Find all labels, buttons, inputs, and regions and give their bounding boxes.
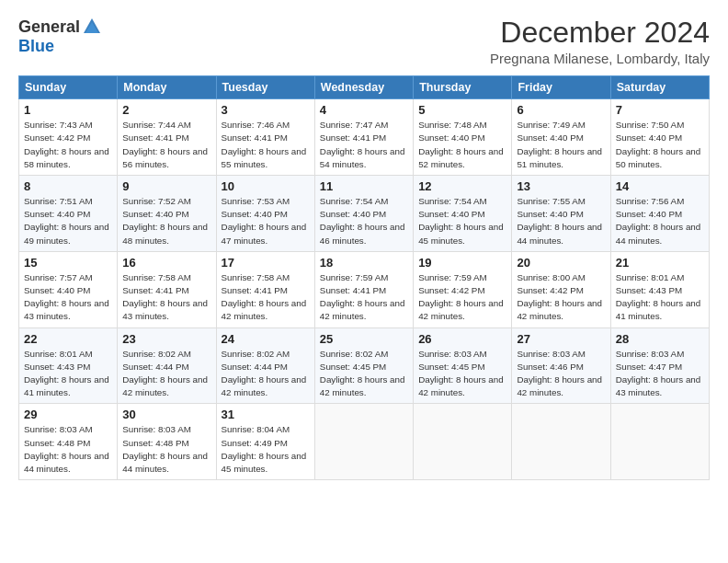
table-row: 6 Sunrise: 7:49 AMSunset: 4:40 PMDayligh… [512, 99, 610, 176]
day-info: Sunrise: 7:57 AMSunset: 4:40 PMDaylight:… [24, 272, 109, 322]
day-number: 9 [122, 179, 210, 193]
day-info: Sunrise: 8:02 AMSunset: 4:44 PMDaylight:… [122, 349, 208, 398]
table-row: 31 Sunrise: 8:04 AMSunset: 4:49 PMDaylig… [216, 404, 314, 480]
table-row: 9 Sunrise: 7:52 AMSunset: 4:40 PMDayligh… [118, 176, 216, 252]
table-row: 16 Sunrise: 7:58 AMSunset: 4:41 PMDaylig… [118, 251, 216, 327]
day-number: 20 [517, 256, 605, 270]
month-title: December 2024 [490, 17, 710, 49]
day-info: Sunrise: 8:03 AMSunset: 4:48 PMDaylight:… [122, 424, 208, 474]
day-info: Sunrise: 7:56 AMSunset: 4:40 PMDaylight:… [616, 196, 701, 246]
day-number: 23 [122, 332, 210, 346]
table-row: 12 Sunrise: 7:54 AMSunset: 4:40 PMDaylig… [414, 176, 512, 252]
day-info: Sunrise: 8:01 AMSunset: 4:43 PMDaylight:… [24, 349, 109, 398]
logo-blue: Blue [18, 37, 54, 56]
day-info: Sunrise: 8:03 AMSunset: 4:46 PMDaylight:… [517, 349, 602, 398]
day-number: 15 [24, 256, 112, 270]
day-number: 5 [418, 103, 506, 117]
table-row: 30 Sunrise: 8:03 AMSunset: 4:48 PMDaylig… [118, 404, 216, 480]
day-info: Sunrise: 7:51 AMSunset: 4:40 PMDaylight:… [24, 196, 109, 246]
day-info: Sunrise: 8:03 AMSunset: 4:48 PMDaylight:… [24, 424, 109, 474]
header: General Blue December 2024 Pregnana Mila… [18, 17, 710, 66]
day-info: Sunrise: 7:43 AMSunset: 4:42 PMDaylight:… [24, 120, 109, 169]
day-info: Sunrise: 8:03 AMSunset: 4:45 PMDaylight:… [418, 349, 504, 398]
table-row [314, 404, 413, 480]
logo: General Blue [18, 17, 102, 56]
day-info: Sunrise: 8:00 AMSunset: 4:42 PMDaylight:… [517, 272, 602, 322]
table-row: 3 Sunrise: 7:46 AMSunset: 4:41 PMDayligh… [216, 99, 314, 176]
col-friday: Friday [512, 76, 610, 99]
table-row: 20 Sunrise: 8:00 AMSunset: 4:42 PMDaylig… [512, 251, 610, 327]
table-row: 22 Sunrise: 8:01 AMSunset: 4:43 PMDaylig… [19, 327, 118, 404]
day-info: Sunrise: 7:58 AMSunset: 4:41 PMDaylight:… [122, 272, 208, 322]
table-row: 7 Sunrise: 7:50 AMSunset: 4:40 PMDayligh… [610, 99, 709, 176]
table-row: 17 Sunrise: 7:58 AMSunset: 4:41 PMDaylig… [216, 251, 314, 327]
day-number: 10 [222, 179, 310, 193]
table-row: 29 Sunrise: 8:03 AMSunset: 4:48 PMDaylig… [19, 404, 118, 480]
col-monday: Monday [118, 76, 216, 99]
day-number: 21 [616, 256, 704, 270]
day-number: 25 [320, 332, 408, 346]
day-number: 19 [418, 256, 506, 270]
day-number: 11 [320, 179, 408, 193]
day-info: Sunrise: 7:44 AMSunset: 4:41 PMDaylight:… [122, 120, 208, 169]
table-row: 27 Sunrise: 8:03 AMSunset: 4:46 PMDaylig… [512, 327, 610, 404]
col-saturday: Saturday [610, 76, 709, 99]
col-sunday: Sunday [19, 76, 118, 99]
table-row: 2 Sunrise: 7:44 AMSunset: 4:41 PMDayligh… [118, 99, 216, 176]
day-number: 7 [616, 103, 704, 117]
day-info: Sunrise: 7:59 AMSunset: 4:42 PMDaylight:… [418, 272, 504, 322]
day-info: Sunrise: 7:54 AMSunset: 4:40 PMDaylight:… [418, 196, 504, 246]
table-row: 21 Sunrise: 8:01 AMSunset: 4:43 PMDaylig… [610, 251, 709, 327]
title-block: December 2024 Pregnana Milanese, Lombard… [490, 17, 710, 66]
table-row: 28 Sunrise: 8:03 AMSunset: 4:47 PMDaylig… [610, 327, 709, 404]
day-number: 24 [222, 332, 310, 346]
col-wednesday: Wednesday [314, 76, 413, 99]
table-row: 8 Sunrise: 7:51 AMSunset: 4:40 PMDayligh… [19, 176, 118, 252]
logo-general: General [18, 17, 80, 37]
table-row: 15 Sunrise: 7:57 AMSunset: 4:40 PMDaylig… [19, 251, 118, 327]
table-row: 25 Sunrise: 8:02 AMSunset: 4:45 PMDaylig… [314, 327, 413, 404]
day-info: Sunrise: 8:02 AMSunset: 4:45 PMDaylight:… [320, 349, 405, 398]
day-number: 3 [222, 103, 310, 117]
day-info: Sunrise: 7:59 AMSunset: 4:41 PMDaylight:… [320, 272, 405, 322]
table-row [610, 404, 709, 480]
day-number: 8 [24, 179, 112, 193]
table-row: 26 Sunrise: 8:03 AMSunset: 4:45 PMDaylig… [414, 327, 512, 404]
table-row: 24 Sunrise: 8:02 AMSunset: 4:44 PMDaylig… [216, 327, 314, 404]
day-info: Sunrise: 7:58 AMSunset: 4:41 PMDaylight:… [222, 272, 307, 322]
day-number: 14 [616, 179, 704, 193]
day-number: 26 [418, 332, 506, 346]
day-info: Sunrise: 7:47 AMSunset: 4:41 PMDaylight:… [320, 120, 405, 169]
day-number: 6 [517, 103, 605, 117]
table-row: 13 Sunrise: 7:55 AMSunset: 4:40 PMDaylig… [512, 176, 610, 252]
day-number: 13 [517, 179, 605, 193]
col-thursday: Thursday [414, 76, 512, 99]
day-number: 2 [122, 103, 210, 117]
table-row: 18 Sunrise: 7:59 AMSunset: 4:41 PMDaylig… [314, 251, 413, 327]
table-row: 23 Sunrise: 8:02 AMSunset: 4:44 PMDaylig… [118, 327, 216, 404]
table-row: 19 Sunrise: 7:59 AMSunset: 4:42 PMDaylig… [414, 251, 512, 327]
day-number: 22 [24, 332, 112, 346]
table-row: 10 Sunrise: 7:53 AMSunset: 4:40 PMDaylig… [216, 176, 314, 252]
table-row: 14 Sunrise: 7:56 AMSunset: 4:40 PMDaylig… [610, 176, 709, 252]
day-info: Sunrise: 7:49 AMSunset: 4:40 PMDaylight:… [517, 120, 602, 169]
day-info: Sunrise: 7:54 AMSunset: 4:40 PMDaylight:… [320, 196, 405, 246]
day-number: 18 [320, 256, 408, 270]
location: Pregnana Milanese, Lombardy, Italy [490, 51, 710, 66]
day-info: Sunrise: 8:01 AMSunset: 4:43 PMDaylight:… [616, 272, 701, 322]
table-row: 1 Sunrise: 7:43 AMSunset: 4:42 PMDayligh… [19, 99, 118, 176]
table-row: 4 Sunrise: 7:47 AMSunset: 4:41 PMDayligh… [314, 99, 413, 176]
day-number: 17 [222, 256, 310, 270]
day-number: 12 [418, 179, 506, 193]
day-number: 30 [122, 408, 210, 421]
day-info: Sunrise: 7:46 AMSunset: 4:41 PMDaylight:… [222, 120, 307, 169]
day-info: Sunrise: 7:48 AMSunset: 4:40 PMDaylight:… [418, 120, 504, 169]
calendar-table: Sunday Monday Tuesday Wednesday Thursday… [18, 75, 710, 480]
day-number: 4 [320, 103, 408, 117]
day-info: Sunrise: 7:55 AMSunset: 4:40 PMDaylight:… [517, 196, 602, 246]
table-row [512, 404, 610, 480]
col-tuesday: Tuesday [216, 76, 314, 99]
day-number: 29 [24, 408, 112, 421]
day-info: Sunrise: 8:02 AMSunset: 4:44 PMDaylight:… [222, 349, 307, 398]
table-row [414, 404, 512, 480]
